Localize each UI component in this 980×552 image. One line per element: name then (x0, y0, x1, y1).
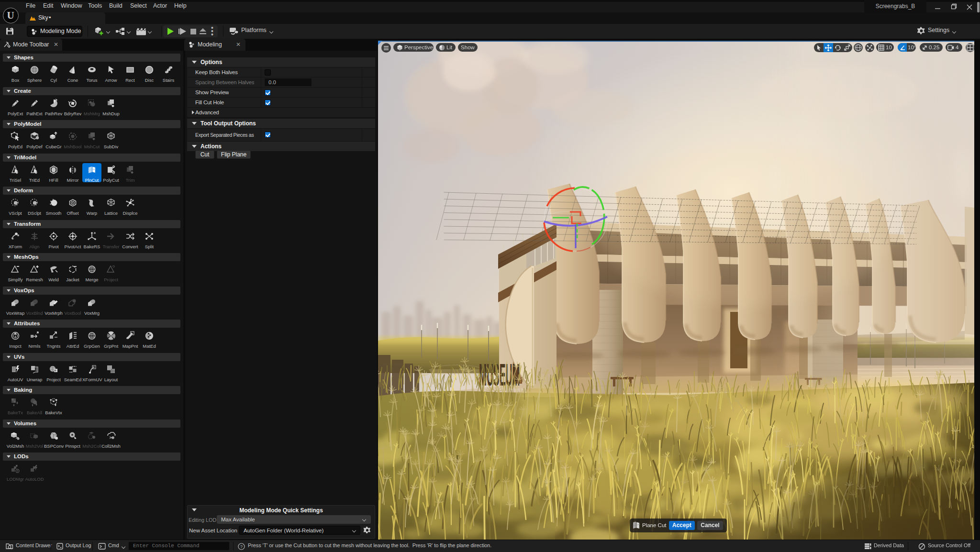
svg-text:U: U (7, 10, 14, 21)
svg-text:?: ? (240, 544, 243, 549)
